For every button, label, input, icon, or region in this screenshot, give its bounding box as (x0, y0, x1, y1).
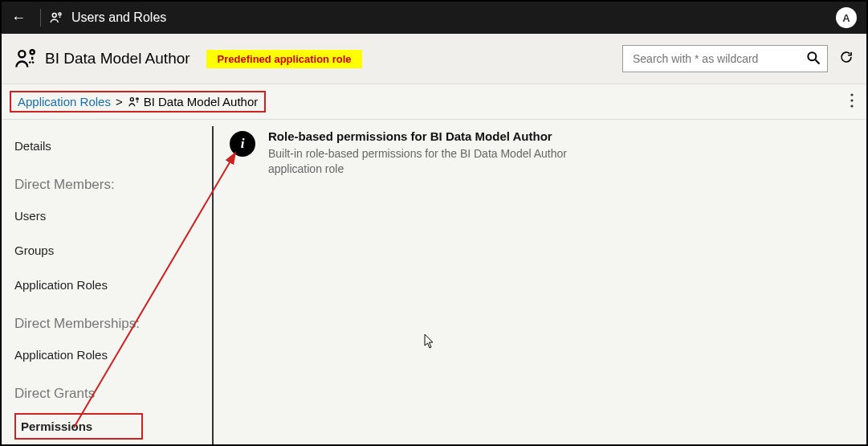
svg-point-1 (59, 13, 61, 15)
page-title: BI Data Model Author (45, 50, 190, 68)
permission-title: Role-based permissions for BI Data Model… (268, 129, 605, 143)
svg-point-6 (130, 97, 133, 100)
svg-point-10 (850, 104, 853, 107)
search-input[interactable] (622, 45, 828, 72)
back-arrow-icon[interactable]: ← (11, 10, 32, 27)
breadcrumb-separator: > (116, 95, 123, 108)
sidebar: Details Direct Members: Users Groups App… (2, 120, 214, 446)
predefined-role-badge: Predefined application role (206, 50, 363, 68)
permission-row[interactable]: i Role-based permissions for BI Data Mod… (230, 129, 850, 177)
search-box (622, 45, 828, 72)
kebab-menu-icon[interactable] (846, 93, 858, 111)
nav-heading-members: Direct Members: (14, 177, 201, 193)
nav-groups[interactable]: Groups (14, 239, 201, 262)
role-icon (14, 47, 37, 70)
top-bar-title: Users and Roles (71, 10, 166, 25)
info-icon: i (230, 131, 255, 157)
permission-description: Built-in role-based permissions for the … (268, 146, 605, 177)
top-bar: ← Users and Roles A (2, 2, 866, 34)
nav-application-roles[interactable]: Application Roles (14, 273, 201, 297)
svg-point-7 (136, 97, 137, 99)
breadcrumb-highlight: Application Roles > BI Data Model Author (10, 91, 266, 113)
breadcrumb-row: Application Roles > BI Data Model Author (2, 84, 866, 120)
nav-users[interactable]: Users (14, 204, 201, 227)
svg-point-4 (808, 52, 816, 60)
svg-point-3 (31, 50, 35, 54)
header-row: BI Data Model Author Predefined applicat… (2, 34, 866, 84)
svg-point-8 (850, 93, 853, 96)
breadcrumb-role-icon (128, 96, 141, 108)
svg-point-9 (850, 99, 853, 101)
nav-permissions[interactable]: Permissions (14, 413, 143, 440)
refresh-icon[interactable] (839, 50, 854, 68)
user-avatar[interactable]: A (836, 7, 857, 28)
nav-heading-grants: Direct Grants (14, 386, 201, 402)
breadcrumb-current: BI Data Model Author (144, 95, 259, 108)
search-icon[interactable] (805, 50, 821, 69)
nav-membership-app-roles[interactable]: Application Roles (14, 343, 201, 366)
divider (40, 9, 41, 27)
main-content: i Role-based permissions for BI Data Mod… (214, 120, 866, 446)
nav-details[interactable]: Details (14, 134, 201, 158)
users-roles-icon (49, 10, 63, 25)
svg-point-2 (18, 51, 25, 57)
nav-heading-memberships: Direct Memberships: (14, 316, 201, 332)
svg-point-0 (52, 14, 56, 18)
breadcrumb-root[interactable]: Application Roles (18, 95, 111, 108)
body: Details Direct Members: Users Groups App… (2, 120, 866, 446)
svg-line-5 (816, 60, 820, 64)
